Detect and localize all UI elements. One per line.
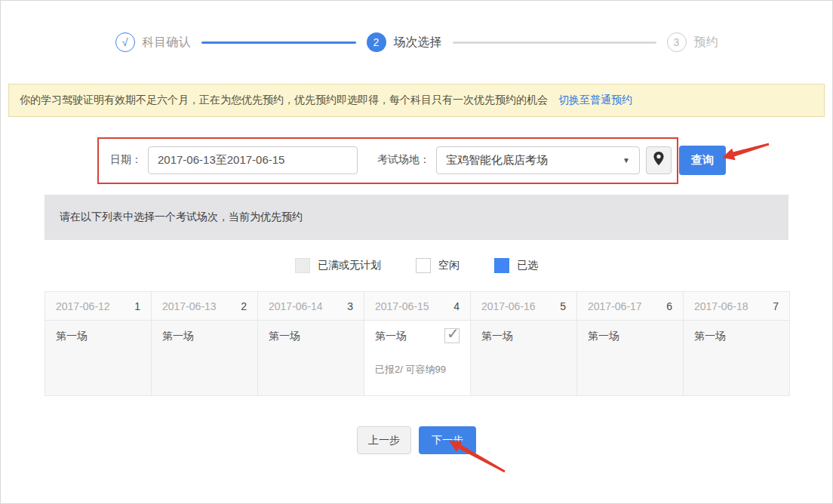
session-status-legend: 已满或无计划 空闲 已选: [45, 240, 788, 291]
session-cell[interactable]: 第一场: [258, 321, 364, 396]
legend-full: 已满或无计划: [295, 258, 381, 273]
step-number-icon: 3: [667, 32, 687, 52]
check-icon: ✓: [447, 324, 460, 343]
query-filter-bar: 日期： 考试场地： 宝鸡智能化底店考场 ▼ 查询: [1, 117, 832, 195]
step-label: 场次选择: [394, 35, 442, 51]
calendar-header-cell: 2017-06-132: [152, 292, 258, 321]
legend-selected-swatch: [494, 258, 509, 273]
calendar-header-cell: 2017-06-187: [684, 292, 790, 321]
session-cell[interactable]: 第一场: [471, 321, 577, 396]
step-label: 预约: [694, 35, 718, 51]
date-label: 日期：: [110, 153, 142, 167]
calendar-header-cell: 2017-06-165: [471, 292, 577, 321]
session-cell[interactable]: 第一场: [45, 321, 152, 396]
calendar-header-cell: 2017-06-154: [364, 292, 471, 321]
map-location-button[interactable]: [646, 146, 672, 174]
calendar-header-cell: 2017-06-143: [258, 292, 364, 321]
step-label: 科目确认: [143, 35, 191, 51]
query-button[interactable]: 查询: [679, 146, 726, 175]
session-cell[interactable]: 第一场: [577, 321, 684, 396]
calendar-header-cell: 2017-06-121: [45, 292, 152, 321]
previous-step-button[interactable]: 上一步: [357, 426, 411, 454]
session-cell-selected[interactable]: 第一场 ✓ 已报2/ 可容纳99: [364, 321, 471, 396]
legend-free-swatch: [416, 258, 431, 273]
wizard-footer: 上一步 下一步: [1, 396, 832, 454]
session-calendar-table: 2017-06-121 2017-06-132 2017-06-143 2017…: [45, 291, 790, 396]
notice-text: 你的学习驾驶证明有效期不足六个月，正在为您优先预约，优先预约即选即得，每个科目只…: [20, 94, 548, 107]
step-session-select: 2 场次选择: [367, 32, 442, 52]
exam-site-selected-value: 宝鸡智能化底店考场: [446, 153, 548, 167]
date-range-input[interactable]: [148, 146, 358, 174]
step-number-icon: 2: [367, 32, 386, 52]
step-connector-done: [201, 41, 356, 44]
booking-page: √ 科目确认 2 场次选择 3 预约 你的学习驾驶证明有效期不足六个月，正在为您…: [0, 0, 833, 504]
chevron-down-icon: ▼: [622, 156, 630, 164]
step-done-icon: √: [115, 32, 135, 52]
calendar-header-cell: 2017-06-176: [577, 292, 684, 321]
session-capacity-info: 已报2/ 可容纳99: [375, 363, 460, 376]
step-connector-pending: [453, 41, 656, 44]
step-subject-confirm: √ 科目确认: [115, 32, 191, 52]
legend-full-swatch: [295, 258, 310, 273]
priority-booking-notice: 你的学习驾驶证明有效期不足六个月，正在为您优先预约，优先预约即选即得，每个科目只…: [8, 84, 825, 117]
legend-selected: 已选: [494, 258, 538, 273]
exam-site-label: 考试场地：: [377, 153, 430, 167]
map-pin-icon: [653, 152, 664, 168]
step-appointment: 3 预约: [667, 32, 718, 52]
legend-free: 空闲: [416, 258, 460, 273]
wizard-stepper: √ 科目确认 2 场次选择 3 预约: [1, 1, 832, 84]
session-cell[interactable]: 第一场: [684, 321, 790, 396]
session-checkbox[interactable]: ✓: [444, 328, 460, 343]
exam-site-select[interactable]: 宝鸡智能化底店考场 ▼: [436, 146, 640, 174]
session-cell[interactable]: 第一场: [152, 321, 258, 396]
session-list-instruction: 请在以下列表中选择一个考试场次，当前为优先预约: [45, 195, 788, 240]
next-step-button[interactable]: 下一步: [419, 426, 476, 454]
switch-to-normal-booking-link[interactable]: 切换至普通预约: [558, 94, 632, 107]
